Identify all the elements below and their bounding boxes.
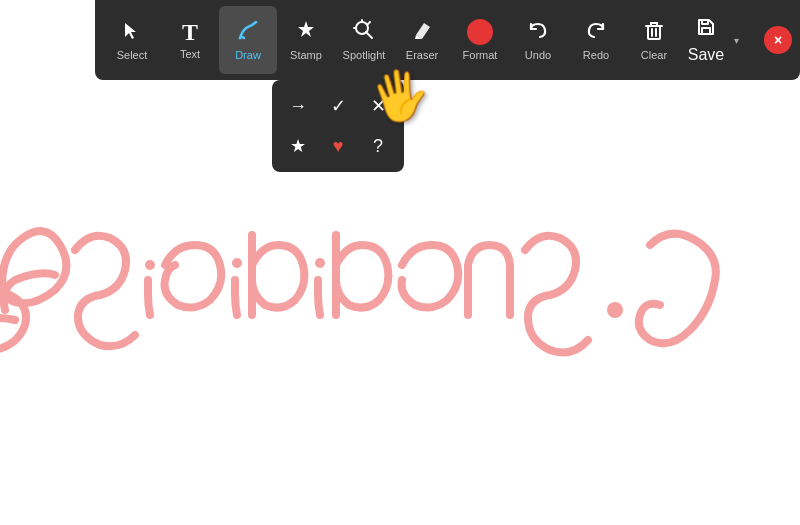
stamp-star[interactable]: ★ — [280, 128, 316, 164]
toolbar-select[interactable]: Select — [103, 6, 161, 74]
toolbar-save-group[interactable]: Save ▾ — [683, 6, 743, 74]
stamp-arrow[interactable]: → — [280, 88, 316, 124]
redo-label: Redo — [583, 49, 609, 61]
stamp-label: Stamp — [290, 49, 322, 61]
redo-icon — [585, 19, 607, 45]
svg-point-9 — [232, 258, 242, 268]
svg-point-10 — [315, 258, 325, 268]
close-button[interactable]: × — [764, 26, 792, 54]
save-icon — [695, 16, 717, 42]
svg-point-11 — [607, 302, 623, 318]
spotlight-label: Spotlight — [343, 49, 386, 61]
toolbar-spotlight[interactable]: Spotlight — [335, 6, 393, 74]
eraser-icon — [411, 19, 433, 45]
save-dropdown-arrow[interactable]: ▾ — [729, 6, 743, 74]
toolbar-undo[interactable]: Undo — [509, 6, 567, 74]
eraser-label: Eraser — [406, 49, 438, 61]
close-icon: × — [774, 32, 782, 48]
stamp-cross[interactable]: ✕ — [360, 88, 396, 124]
spotlight-icon — [353, 19, 375, 45]
clear-icon — [643, 19, 665, 45]
draw-icon — [237, 19, 259, 45]
toolbar: Select T Text Draw Stamp — [95, 0, 800, 80]
stamp-panel: → ✓ ✕ ★ ♥ ? — [272, 80, 404, 172]
save-label: Save — [688, 46, 724, 64]
svg-point-8 — [145, 260, 155, 270]
undo-icon — [527, 19, 549, 45]
toolbar-redo[interactable]: Redo — [567, 6, 625, 74]
toolbar-eraser[interactable]: Eraser — [393, 6, 451, 74]
format-color-circle — [467, 19, 493, 45]
select-label: Select — [117, 49, 148, 61]
text-icon: T — [182, 20, 198, 44]
format-label: Format — [463, 49, 498, 61]
toolbar-save[interactable]: Save — [683, 6, 729, 74]
toolbar-stamp[interactable]: Stamp — [277, 6, 335, 74]
undo-label: Undo — [525, 49, 551, 61]
svg-line-1 — [366, 32, 372, 38]
svg-rect-6 — [702, 28, 710, 34]
text-label: Text — [180, 48, 200, 60]
clear-label: Clear — [641, 49, 667, 61]
stamp-question[interactable]: ? — [360, 128, 396, 164]
toolbar-clear[interactable]: Clear — [625, 6, 683, 74]
toolbar-draw[interactable]: Draw — [219, 6, 277, 74]
stamp-check[interactable]: ✓ — [320, 88, 356, 124]
svg-line-3 — [368, 22, 370, 24]
toolbar-text[interactable]: T Text — [161, 6, 219, 74]
stamp-icon — [295, 19, 317, 45]
stamp-heart[interactable]: ♥ — [320, 128, 356, 164]
svg-rect-7 — [702, 20, 708, 24]
draw-label: Draw — [235, 49, 261, 61]
select-icon — [121, 19, 143, 45]
toolbar-format[interactable]: Format — [451, 6, 509, 74]
svg-rect-5 — [648, 26, 660, 39]
